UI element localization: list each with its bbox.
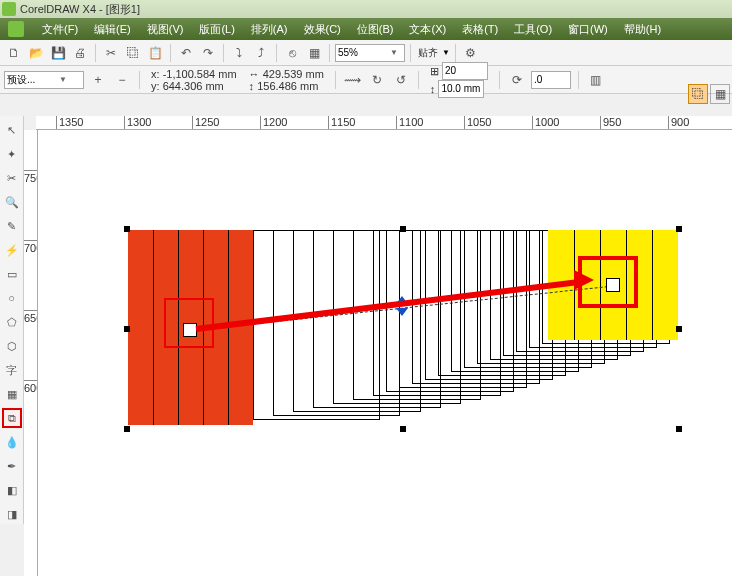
angle-input[interactable] xyxy=(531,71,571,89)
ruler-tick: 950 xyxy=(600,116,621,130)
redo-button[interactable]: ↷ xyxy=(198,43,218,63)
separator xyxy=(170,44,171,62)
preset-dropdown[interactable]: 预设... ▼ xyxy=(4,71,84,89)
blend-cw-button[interactable]: ↻ xyxy=(367,70,387,90)
blend-direct-button[interactable]: ⟿ xyxy=(343,70,363,90)
ruler-tick: 1000 xyxy=(532,116,559,130)
ruler-tick: 1150 xyxy=(328,116,355,130)
right-mini-toolbar: ⿻ ▦ xyxy=(688,84,730,104)
drawing-canvas[interactable] xyxy=(38,130,732,576)
separator xyxy=(410,44,411,62)
basic-shapes-tool[interactable]: ⬡ xyxy=(2,336,22,356)
menu-bitmaps[interactable]: 位图(B) xyxy=(349,20,402,39)
size-readout: ↔ 429.539 mm ↕ 156.486 mm xyxy=(249,68,324,92)
blend-ccw-button[interactable]: ↺ xyxy=(391,70,411,90)
blend-accel-marker-icon[interactable] xyxy=(396,308,408,316)
export-button[interactable]: ⤴ xyxy=(251,43,271,63)
ruler-tick: 1350 xyxy=(56,116,83,130)
annotation-arrow-head-icon xyxy=(574,270,594,290)
selection-handle[interactable] xyxy=(676,226,682,232)
ruler-tick: 1100 xyxy=(396,116,423,130)
eyedropper-tool[interactable]: 💧 xyxy=(2,432,22,452)
add-preset-button[interactable]: + xyxy=(88,70,108,90)
ruler-tick: 900 xyxy=(668,116,689,130)
menu-table[interactable]: 表格(T) xyxy=(454,20,506,39)
undo-button[interactable]: ↶ xyxy=(176,43,196,63)
menu-text[interactable]: 文本(X) xyxy=(401,20,454,39)
loop-button[interactable]: ⟳ xyxy=(507,70,527,90)
print-button[interactable]: 🖨 xyxy=(70,43,90,63)
polygon-tool[interactable]: ⬠ xyxy=(2,312,22,332)
selection-handle[interactable] xyxy=(676,426,682,432)
outline-tool[interactable]: ✒ xyxy=(2,456,22,476)
menu-layout[interactable]: 版面(L) xyxy=(191,20,242,39)
selection-handle[interactable] xyxy=(124,226,130,232)
snap-arrow-icon[interactable]: ▼ xyxy=(442,48,450,57)
interactive-blend-tool[interactable]: ⧉ xyxy=(2,408,22,428)
menu-help[interactable]: 帮助(H) xyxy=(616,20,669,39)
zoom-dropdown[interactable]: 55% ▼ xyxy=(335,44,405,62)
interactive-fill-tool[interactable]: ◨ xyxy=(2,504,22,524)
cut-button[interactable]: ✂ xyxy=(101,43,121,63)
ellipse-tool[interactable]: ○ xyxy=(2,288,22,308)
rectangle-tool[interactable]: ▭ xyxy=(2,264,22,284)
menu-arrange[interactable]: 排列(A) xyxy=(243,20,296,39)
menu-view[interactable]: 视图(V) xyxy=(139,20,192,39)
copy-button[interactable]: ⿻ xyxy=(123,43,143,63)
y-value: 644.306 mm xyxy=(163,80,224,92)
shape-tool[interactable]: ✦ xyxy=(2,144,22,164)
zoom-value: 55% xyxy=(338,47,388,58)
h-value: 156.486 mm xyxy=(257,80,318,92)
steps-input[interactable] xyxy=(442,62,488,80)
x-value: -1,100.584 mm xyxy=(163,68,237,80)
dropdown-arrow-icon: ▼ xyxy=(59,75,67,84)
app-logo-icon xyxy=(2,2,16,16)
menu-edit[interactable]: 编辑(E) xyxy=(86,20,139,39)
paste-button[interactable]: 📋 xyxy=(145,43,165,63)
separator xyxy=(499,71,500,89)
menu-tools[interactable]: 工具(O) xyxy=(506,20,560,39)
w-value: 429.539 mm xyxy=(263,68,324,80)
selection-handle[interactable] xyxy=(400,426,406,432)
table-tool[interactable]: ▦ xyxy=(2,384,22,404)
separator xyxy=(418,71,419,89)
offset-input[interactable] xyxy=(438,80,484,98)
ruler-tick: 1300 xyxy=(124,116,151,130)
menu-effects[interactable]: 效果(C) xyxy=(296,20,349,39)
blend-steps: ⊞ ↕ xyxy=(430,62,488,98)
selection-handle[interactable] xyxy=(676,326,682,332)
app-icon xyxy=(8,21,24,37)
ruler-tick: 700 xyxy=(24,240,38,254)
text-tool[interactable]: 字 xyxy=(2,360,22,380)
options-button[interactable]: ⚙ xyxy=(461,43,481,63)
welcome-button[interactable]: ▦ xyxy=(304,43,324,63)
copy-props-button[interactable]: ⿻ xyxy=(688,84,708,104)
smartfill-tool[interactable]: ⚡ xyxy=(2,240,22,260)
dropdown-arrow-icon: ▼ xyxy=(390,48,398,57)
separator xyxy=(335,71,336,89)
clear-blend-button[interactable]: ▦ xyxy=(710,84,730,104)
pick-tool[interactable]: ↖ xyxy=(2,120,22,140)
crop-tool[interactable]: ✂ xyxy=(2,168,22,188)
fill-tool[interactable]: ◧ xyxy=(2,480,22,500)
selection-handle[interactable] xyxy=(124,326,130,332)
import-button[interactable]: ⤵ xyxy=(229,43,249,63)
save-button[interactable]: 💾 xyxy=(48,43,68,63)
separator xyxy=(329,44,330,62)
ruler-tick: 650 xyxy=(24,310,38,324)
toolbox: ↖ ✦ ✂ 🔍 ✎ ⚡ ▭ ○ ⬠ ⬡ 字 ▦ ⧉ 💧 ✒ ◧ ◨ xyxy=(0,116,24,524)
launch-button[interactable]: ⎋ xyxy=(282,43,302,63)
freehand-tool[interactable]: ✎ xyxy=(2,216,22,236)
menu-file[interactable]: 文件(F) xyxy=(34,20,86,39)
more-blend-button[interactable]: ▥ xyxy=(586,70,606,90)
open-button[interactable]: 📂 xyxy=(26,43,46,63)
selection-handle[interactable] xyxy=(124,426,130,432)
preset-label: 预设... xyxy=(7,73,57,87)
remove-preset-button[interactable]: − xyxy=(112,70,132,90)
selection-handle[interactable] xyxy=(400,226,406,232)
new-button[interactable]: 🗋 xyxy=(4,43,24,63)
ruler-tick: 1250 xyxy=(192,116,219,130)
zoom-tool[interactable]: 🔍 xyxy=(2,192,22,212)
menu-window[interactable]: 窗口(W) xyxy=(560,20,616,39)
annotation-box-start xyxy=(164,298,214,348)
